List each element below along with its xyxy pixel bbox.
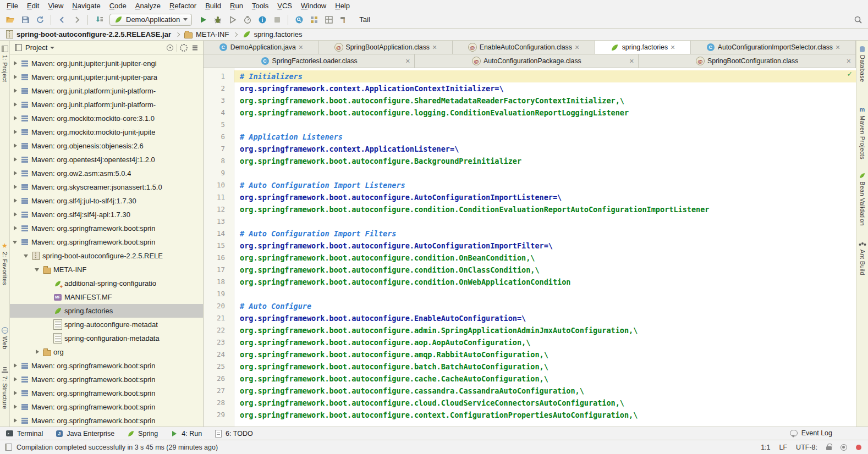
line-separator[interactable]: LF xyxy=(779,444,788,451)
tail-button[interactable]: Tail xyxy=(359,15,370,24)
collapsed-arrow-icon[interactable] xyxy=(12,184,18,190)
menu-refactor[interactable]: Refactor xyxy=(165,1,201,11)
toolwindow-button-database[interactable]: Database xyxy=(856,45,868,82)
toolwindow-button-java-enterprise[interactable]: Java Enterprise xyxy=(55,430,114,438)
toolwindow-button-terminal[interactable]: Terminal xyxy=(6,430,43,438)
menu-help[interactable]: Help xyxy=(331,1,354,11)
toolwindow-button-1-project[interactable]: 1: Project xyxy=(0,45,9,82)
breadcrumb-item-spring-factories[interactable]: spring.factories xyxy=(240,30,304,39)
breadcrumb-item-spring-boot-autoconfigure-2-2-5-release-jar[interactable]: spring-boot-autoconfigure-2.2.5.RELEASE.… xyxy=(3,30,173,39)
collapsed-arrow-icon[interactable] xyxy=(12,212,18,218)
collapsed-arrow-icon[interactable] xyxy=(12,129,18,135)
save-all-icon[interactable] xyxy=(18,13,32,26)
tree-item-spring-configuration-metadata[interactable]: spring-configuration-metadata xyxy=(10,331,203,345)
toolwindow-button-event-log[interactable]: Event Log xyxy=(790,429,832,437)
close-icon[interactable] xyxy=(629,57,634,65)
close-icon[interactable] xyxy=(836,43,840,52)
coverage-grid-icon[interactable] xyxy=(307,13,321,26)
collapsed-arrow-icon[interactable] xyxy=(12,198,18,204)
build-hammer-icon[interactable] xyxy=(337,13,350,26)
tree-item-meta-inf[interactable]: META-INF xyxy=(10,263,203,276)
menu-tools[interactable]: Tools xyxy=(248,1,273,11)
run-configuration-select[interactable]: DemoApplication xyxy=(109,14,192,26)
run-icon[interactable] xyxy=(196,13,210,26)
toolwindow-button-spring[interactable]: Spring xyxy=(127,430,158,438)
close-icon[interactable] xyxy=(671,43,675,52)
close-icon[interactable] xyxy=(299,43,303,52)
collapsed-arrow-icon[interactable] xyxy=(12,363,18,369)
tree-item-maven-org-springframework-boot-sprin[interactable]: Maven: org.springframework.boot:sprin xyxy=(10,386,203,400)
menu-vcs[interactable]: VCS xyxy=(273,1,296,11)
collapsed-arrow-icon[interactable] xyxy=(12,390,18,396)
chevron-down-icon[interactable] xyxy=(50,47,54,49)
toolwindow-button-4-run[interactable]: 4: Run xyxy=(170,430,202,438)
menu-code[interactable]: Code xyxy=(105,1,131,11)
breadcrumb-item-meta-inf[interactable]: META-INF xyxy=(183,30,230,39)
profiler-icon[interactable] xyxy=(240,13,254,26)
tree-item-maven-org-objenesis-objenesis-2-6[interactable]: Maven: org.objenesis:objenesis:2.6 xyxy=(10,139,203,153)
tree-item-maven-org-mockito-mockito-junit-jupite[interactable]: Maven: org.mockito:mockito-junit-jupite xyxy=(10,125,203,139)
close-icon[interactable] xyxy=(847,57,851,65)
tree-item-spring-factories[interactable]: spring.factories xyxy=(10,304,203,318)
hide-panel-icon[interactable] xyxy=(190,43,199,52)
expanded-arrow-icon[interactable] xyxy=(34,267,40,273)
menu-build[interactable]: Build xyxy=(201,1,226,11)
toolwindow-button-7-structure[interactable]: 7: Structure xyxy=(0,366,9,409)
collapsed-arrow-icon[interactable] xyxy=(12,115,18,121)
collapsed-arrow-icon[interactable] xyxy=(34,349,40,355)
menu-view[interactable]: View xyxy=(43,1,68,11)
collapsed-arrow-icon[interactable] xyxy=(12,225,18,231)
collapsed-arrow-icon[interactable] xyxy=(12,377,18,383)
back-arrow-icon[interactable] xyxy=(55,13,69,26)
project-panel-title[interactable]: Project xyxy=(25,43,47,52)
menu-navigate[interactable]: Navigate xyxy=(68,1,105,11)
tree-item-maven-org-junit-platform-junit-platform[interactable]: Maven: org.junit.platform:junit-platform… xyxy=(10,84,203,98)
tree-item-maven-org-junit-jupiter-junit-jupiter-engi[interactable]: Maven: org.junit.jupiter:junit-jupiter-e… xyxy=(10,57,203,70)
tree-item-spring-boot-autoconfigure-2-2-5-rele[interactable]: spring-boot-autoconfigure-2.2.5.RELE xyxy=(10,249,203,263)
tree-item-maven-org-opentest4j-opentest4j-1-2-0[interactable]: Maven: org.opentest4j:opentest4j:1.2.0 xyxy=(10,153,203,167)
search-icon[interactable] xyxy=(851,13,865,26)
menu-analyze[interactable]: Analyze xyxy=(131,1,165,11)
editor-tab-demoapplication-java[interactable]: DemoApplication.java xyxy=(204,41,319,54)
editor-tab-springbootapplication-class[interactable]: SpringBootApplication.class xyxy=(319,41,453,54)
search-everywhere-icon[interactable] xyxy=(292,13,306,26)
tree-item-maven-org-springframework-boot-sprin[interactable]: Maven: org.springframework.boot:sprin xyxy=(10,373,203,386)
collapsed-arrow-icon[interactable] xyxy=(12,170,18,176)
layout-grid-icon[interactable] xyxy=(322,13,336,26)
collapsed-arrow-icon[interactable] xyxy=(12,418,18,424)
status-message[interactable]: Compilation completed successfully in 3 … xyxy=(17,444,218,451)
tree-item-maven-org-springframework-boot-sprin[interactable]: Maven: org.springframework.boot:sprin xyxy=(10,414,203,427)
update-app-icon[interactable] xyxy=(92,13,106,26)
tree-item-maven-org-springframework-boot-sprin[interactable]: Maven: org.springframework.boot:sprin xyxy=(10,400,203,414)
open-project-icon[interactable] xyxy=(3,13,17,26)
close-icon[interactable] xyxy=(432,43,437,52)
gear-icon[interactable] xyxy=(179,43,188,52)
menu-run[interactable]: Run xyxy=(226,1,248,11)
highlighting-level-icon[interactable] xyxy=(840,444,847,451)
collapsed-arrow-icon[interactable] xyxy=(12,157,18,163)
synchronize-icon[interactable] xyxy=(33,13,47,26)
caret-position[interactable]: 1:1 xyxy=(761,444,770,451)
editor-tab-spring-factories[interactable]: spring.factories xyxy=(595,41,691,54)
collapsed-arrow-icon[interactable] xyxy=(12,404,18,410)
tree-item-maven-org-slf4j-jul-to-slf4j-1-7-30[interactable]: Maven: org.slf4j:jul-to-slf4j:1.7.30 xyxy=(10,194,203,208)
close-icon[interactable] xyxy=(405,57,410,65)
collapsed-arrow-icon[interactable] xyxy=(12,60,18,67)
tree-item-maven-org-mockito-mockito-core-3-1-0[interactable]: Maven: org.mockito:mockito-core:3.1.0 xyxy=(10,112,203,125)
notification-dot-icon[interactable] xyxy=(856,445,861,450)
toolwindow-button-6-todo[interactable]: 6: TODO xyxy=(214,430,253,438)
toolwindow-button-ant-build[interactable]: Ant Build xyxy=(856,240,868,275)
editor-tab-enableautoconfiguration-class[interactable]: EnableAutoConfiguration.class xyxy=(453,41,595,54)
toolwindow-button-maven-projects[interactable]: Maven Projects xyxy=(856,106,868,159)
collapsed-arrow-icon[interactable] xyxy=(12,88,18,94)
file-encoding[interactable]: UTF-8: xyxy=(796,444,817,451)
editor[interactable]: 1234567891011121314151617181920212223242… xyxy=(204,68,856,427)
stop-icon[interactable] xyxy=(270,13,284,26)
toolwindow-switcher-icon[interactable] xyxy=(4,444,12,451)
lock-icon[interactable] xyxy=(826,444,832,451)
toolwindow-button-web[interactable]: Web xyxy=(0,326,9,349)
info-run-icon[interactable] xyxy=(255,13,269,26)
editor-tab-autoconfigurationpackage-class[interactable]: AutoConfigurationPackage.class xyxy=(415,54,639,68)
tree-item-maven-org-springframework-boot-sprin[interactable]: Maven: org.springframework.boot:sprin xyxy=(10,235,203,249)
tree-item-org[interactable]: org xyxy=(10,345,203,359)
